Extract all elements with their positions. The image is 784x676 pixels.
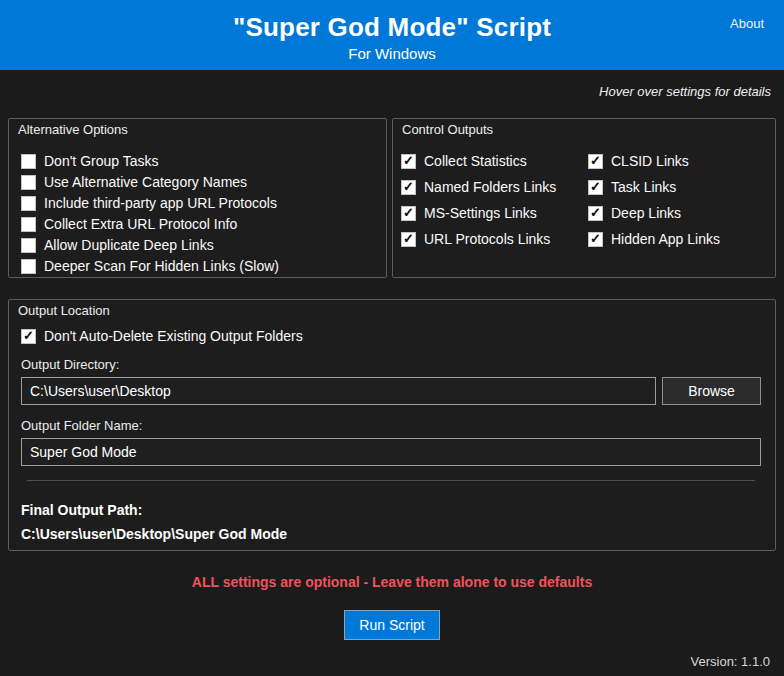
checkbox[interactable] xyxy=(401,180,416,195)
app-title: "Super God Mode" Script xyxy=(0,0,784,43)
final-output-path-label: Final Output Path: xyxy=(21,502,761,518)
output-directory-input[interactable] xyxy=(21,377,656,405)
browse-button[interactable]: Browse xyxy=(662,377,761,405)
output-folder-name-row xyxy=(21,438,761,466)
option-dont-group-tasks[interactable]: Don't Group Tasks xyxy=(21,153,386,169)
checkbox-label: Deeper Scan For Hidden Links (Slow) xyxy=(44,258,279,274)
checkbox[interactable] xyxy=(588,180,603,195)
option-clsid-links[interactable]: CLSID Links xyxy=(588,153,775,169)
control-outputs-group: Control Outputs Collect Statistics Named… xyxy=(392,118,776,278)
about-link[interactable]: About xyxy=(730,16,764,31)
option-alt-category-names[interactable]: Use Alternative Category Names xyxy=(21,174,386,190)
checkbox-label: Deep Links xyxy=(611,205,681,221)
app-subtitle: For Windows xyxy=(0,45,784,62)
checkbox-label: Don't Auto-Delete Existing Output Folder… xyxy=(44,328,303,344)
checkbox-label: Use Alternative Category Names xyxy=(44,174,247,190)
alternative-options-group: Alternative Options Don't Group Tasks Us… xyxy=(8,118,387,278)
option-task-links[interactable]: Task Links xyxy=(588,179,775,195)
checkbox[interactable] xyxy=(21,217,36,232)
checkbox-label: Task Links xyxy=(611,179,676,195)
checkbox-label: Named Folders Links xyxy=(424,179,556,195)
output-folder-name-label: Output Folder Name: xyxy=(21,418,761,433)
option-third-party-protocols[interactable]: Include third-party app URL Protocols xyxy=(21,195,386,211)
final-output-path-value: C:\Users\user\Desktop\Super God Mode xyxy=(21,526,761,542)
checkbox[interactable] xyxy=(588,206,603,221)
control-outputs-col1: Collect Statistics Named Folders Links M… xyxy=(401,153,588,257)
hover-hint-text: Hover over settings for details xyxy=(0,70,784,118)
checkbox[interactable] xyxy=(21,196,36,211)
option-deep-links[interactable]: Deep Links xyxy=(588,205,775,221)
group-title: Alternative Options xyxy=(18,122,128,137)
checkbox[interactable] xyxy=(21,154,36,169)
checkbox-label: MS-Settings Links xyxy=(424,205,537,221)
separator-line xyxy=(27,480,755,481)
option-url-protocols-links[interactable]: URL Protocols Links xyxy=(401,231,588,247)
option-ms-settings-links[interactable]: MS-Settings Links xyxy=(401,205,588,221)
checkbox[interactable] xyxy=(401,232,416,247)
run-script-button[interactable]: Run Script xyxy=(344,610,439,640)
option-deeper-scan[interactable]: Deeper Scan For Hidden Links (Slow) xyxy=(21,258,386,274)
output-folder-name-input[interactable] xyxy=(21,438,761,466)
checkbox[interactable] xyxy=(401,154,416,169)
output-directory-row: Browse xyxy=(21,377,761,405)
app-header: About "Super God Mode" Script For Window… xyxy=(0,0,784,70)
option-collect-statistics[interactable]: Collect Statistics xyxy=(401,153,588,169)
checkbox-label: Include third-party app URL Protocols xyxy=(44,195,277,211)
checkbox[interactable] xyxy=(588,154,603,169)
checkbox[interactable] xyxy=(21,259,36,274)
checkbox[interactable] xyxy=(588,232,603,247)
option-hidden-app-links[interactable]: Hidden App Links xyxy=(588,231,775,247)
checkbox-label: Allow Duplicate Deep Links xyxy=(44,237,214,253)
checkbox[interactable] xyxy=(21,175,36,190)
checkbox-label: Hidden App Links xyxy=(611,231,720,247)
option-duplicate-deep-links[interactable]: Allow Duplicate Deep Links xyxy=(21,237,386,253)
checkbox[interactable] xyxy=(21,238,36,253)
option-named-folders-links[interactable]: Named Folders Links xyxy=(401,179,588,195)
settings-optional-warning: ALL settings are optional - Leave them a… xyxy=(0,574,784,590)
checkbox-label: Don't Group Tasks xyxy=(44,153,158,169)
control-outputs-col2: CLSID Links Task Links Deep Links Hidden… xyxy=(588,153,775,257)
output-location-group: Output Location Don't Auto-Delete Existi… xyxy=(8,299,776,551)
group-title: Control Outputs xyxy=(402,122,493,137)
checkbox[interactable] xyxy=(401,206,416,221)
app-window: About "Super God Mode" Script For Window… xyxy=(0,0,784,676)
option-extra-protocol-info[interactable]: Collect Extra URL Protocol Info xyxy=(21,216,386,232)
checkbox-label: Collect Statistics xyxy=(424,153,527,169)
checkbox[interactable] xyxy=(21,329,36,344)
checkbox-label: Collect Extra URL Protocol Info xyxy=(44,216,237,232)
version-text: Version: 1.1.0 xyxy=(691,654,771,669)
option-dont-auto-delete[interactable]: Don't Auto-Delete Existing Output Folder… xyxy=(21,328,761,344)
checkbox-label: CLSID Links xyxy=(611,153,689,169)
options-row: Alternative Options Don't Group Tasks Us… xyxy=(8,118,776,278)
group-title: Output Location xyxy=(18,303,110,318)
checkbox-label: URL Protocols Links xyxy=(424,231,550,247)
output-directory-label: Output Directory: xyxy=(21,357,761,372)
